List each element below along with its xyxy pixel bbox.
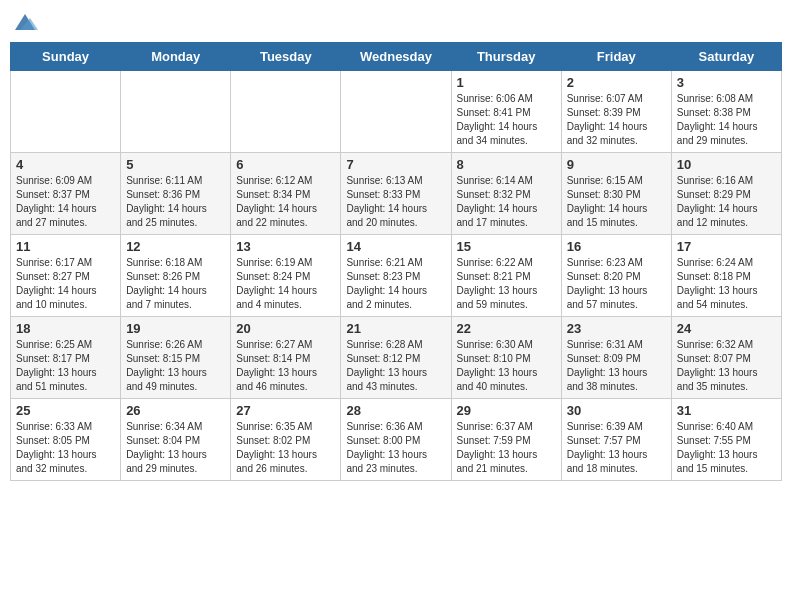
day-info: Sunrise: 6:15 AM Sunset: 8:30 PM Dayligh… — [567, 174, 666, 230]
day-number: 29 — [457, 403, 556, 418]
calendar-cell — [341, 71, 451, 153]
day-number: 20 — [236, 321, 335, 336]
calendar-cell: 28Sunrise: 6:36 AM Sunset: 8:00 PM Dayli… — [341, 399, 451, 481]
day-info: Sunrise: 6:13 AM Sunset: 8:33 PM Dayligh… — [346, 174, 445, 230]
day-info: Sunrise: 6:22 AM Sunset: 8:21 PM Dayligh… — [457, 256, 556, 312]
week-row-3: 11Sunrise: 6:17 AM Sunset: 8:27 PM Dayli… — [11, 235, 782, 317]
day-number: 4 — [16, 157, 115, 172]
day-number: 27 — [236, 403, 335, 418]
calendar-cell: 20Sunrise: 6:27 AM Sunset: 8:14 PM Dayli… — [231, 317, 341, 399]
day-number: 3 — [677, 75, 776, 90]
day-info: Sunrise: 6:14 AM Sunset: 8:32 PM Dayligh… — [457, 174, 556, 230]
day-number: 5 — [126, 157, 225, 172]
logo — [10, 10, 44, 34]
day-info: Sunrise: 6:06 AM Sunset: 8:41 PM Dayligh… — [457, 92, 556, 148]
day-info: Sunrise: 6:30 AM Sunset: 8:10 PM Dayligh… — [457, 338, 556, 394]
day-info: Sunrise: 6:27 AM Sunset: 8:14 PM Dayligh… — [236, 338, 335, 394]
day-info: Sunrise: 6:12 AM Sunset: 8:34 PM Dayligh… — [236, 174, 335, 230]
calendar-cell: 24Sunrise: 6:32 AM Sunset: 8:07 PM Dayli… — [671, 317, 781, 399]
calendar-cell: 30Sunrise: 6:39 AM Sunset: 7:57 PM Dayli… — [561, 399, 671, 481]
day-info: Sunrise: 6:24 AM Sunset: 8:18 PM Dayligh… — [677, 256, 776, 312]
day-number: 13 — [236, 239, 335, 254]
day-number: 8 — [457, 157, 556, 172]
week-row-1: 1Sunrise: 6:06 AM Sunset: 8:41 PM Daylig… — [11, 71, 782, 153]
day-info: Sunrise: 6:25 AM Sunset: 8:17 PM Dayligh… — [16, 338, 115, 394]
day-info: Sunrise: 6:35 AM Sunset: 8:02 PM Dayligh… — [236, 420, 335, 476]
day-number: 16 — [567, 239, 666, 254]
calendar-cell: 10Sunrise: 6:16 AM Sunset: 8:29 PM Dayli… — [671, 153, 781, 235]
day-number: 31 — [677, 403, 776, 418]
calendar-cell: 4Sunrise: 6:09 AM Sunset: 8:37 PM Daylig… — [11, 153, 121, 235]
day-number: 7 — [346, 157, 445, 172]
day-info: Sunrise: 6:23 AM Sunset: 8:20 PM Dayligh… — [567, 256, 666, 312]
calendar-cell: 18Sunrise: 6:25 AM Sunset: 8:17 PM Dayli… — [11, 317, 121, 399]
day-info: Sunrise: 6:31 AM Sunset: 8:09 PM Dayligh… — [567, 338, 666, 394]
day-info: Sunrise: 6:18 AM Sunset: 8:26 PM Dayligh… — [126, 256, 225, 312]
day-info: Sunrise: 6:09 AM Sunset: 8:37 PM Dayligh… — [16, 174, 115, 230]
day-info: Sunrise: 6:21 AM Sunset: 8:23 PM Dayligh… — [346, 256, 445, 312]
day-header-wednesday: Wednesday — [341, 43, 451, 71]
calendar-cell: 19Sunrise: 6:26 AM Sunset: 8:15 PM Dayli… — [121, 317, 231, 399]
day-number: 10 — [677, 157, 776, 172]
day-number: 30 — [567, 403, 666, 418]
calendar-cell — [121, 71, 231, 153]
day-number: 2 — [567, 75, 666, 90]
day-header-sunday: Sunday — [11, 43, 121, 71]
calendar-cell: 29Sunrise: 6:37 AM Sunset: 7:59 PM Dayli… — [451, 399, 561, 481]
day-info: Sunrise: 6:28 AM Sunset: 8:12 PM Dayligh… — [346, 338, 445, 394]
day-info: Sunrise: 6:16 AM Sunset: 8:29 PM Dayligh… — [677, 174, 776, 230]
day-number: 22 — [457, 321, 556, 336]
calendar-cell: 1Sunrise: 6:06 AM Sunset: 8:41 PM Daylig… — [451, 71, 561, 153]
calendar-cell: 31Sunrise: 6:40 AM Sunset: 7:55 PM Dayli… — [671, 399, 781, 481]
day-info: Sunrise: 6:11 AM Sunset: 8:36 PM Dayligh… — [126, 174, 225, 230]
calendar-cell: 21Sunrise: 6:28 AM Sunset: 8:12 PM Dayli… — [341, 317, 451, 399]
calendar-cell — [11, 71, 121, 153]
day-number: 25 — [16, 403, 115, 418]
calendar-cell: 17Sunrise: 6:24 AM Sunset: 8:18 PM Dayli… — [671, 235, 781, 317]
calendar-cell — [231, 71, 341, 153]
calendar-cell: 13Sunrise: 6:19 AM Sunset: 8:24 PM Dayli… — [231, 235, 341, 317]
day-header-tuesday: Tuesday — [231, 43, 341, 71]
calendar-table: SundayMondayTuesdayWednesdayThursdayFrid… — [10, 42, 782, 481]
day-header-monday: Monday — [121, 43, 231, 71]
calendar-cell: 26Sunrise: 6:34 AM Sunset: 8:04 PM Dayli… — [121, 399, 231, 481]
day-number: 24 — [677, 321, 776, 336]
day-info: Sunrise: 6:17 AM Sunset: 8:27 PM Dayligh… — [16, 256, 115, 312]
day-info: Sunrise: 6:33 AM Sunset: 8:05 PM Dayligh… — [16, 420, 115, 476]
day-info: Sunrise: 6:39 AM Sunset: 7:57 PM Dayligh… — [567, 420, 666, 476]
day-number: 9 — [567, 157, 666, 172]
calendar-cell: 6Sunrise: 6:12 AM Sunset: 8:34 PM Daylig… — [231, 153, 341, 235]
logo-icon — [10, 10, 40, 34]
day-number: 18 — [16, 321, 115, 336]
calendar-cell: 22Sunrise: 6:30 AM Sunset: 8:10 PM Dayli… — [451, 317, 561, 399]
day-number: 19 — [126, 321, 225, 336]
calendar-cell: 5Sunrise: 6:11 AM Sunset: 8:36 PM Daylig… — [121, 153, 231, 235]
day-info: Sunrise: 6:07 AM Sunset: 8:39 PM Dayligh… — [567, 92, 666, 148]
day-number: 14 — [346, 239, 445, 254]
calendar-cell: 14Sunrise: 6:21 AM Sunset: 8:23 PM Dayli… — [341, 235, 451, 317]
day-number: 15 — [457, 239, 556, 254]
calendar-cell: 11Sunrise: 6:17 AM Sunset: 8:27 PM Dayli… — [11, 235, 121, 317]
day-info: Sunrise: 6:19 AM Sunset: 8:24 PM Dayligh… — [236, 256, 335, 312]
page-header — [10, 10, 782, 34]
day-number: 23 — [567, 321, 666, 336]
day-info: Sunrise: 6:08 AM Sunset: 8:38 PM Dayligh… — [677, 92, 776, 148]
calendar-cell: 12Sunrise: 6:18 AM Sunset: 8:26 PM Dayli… — [121, 235, 231, 317]
calendar-cell: 16Sunrise: 6:23 AM Sunset: 8:20 PM Dayli… — [561, 235, 671, 317]
calendar-cell: 9Sunrise: 6:15 AM Sunset: 8:30 PM Daylig… — [561, 153, 671, 235]
day-info: Sunrise: 6:40 AM Sunset: 7:55 PM Dayligh… — [677, 420, 776, 476]
calendar-cell: 8Sunrise: 6:14 AM Sunset: 8:32 PM Daylig… — [451, 153, 561, 235]
day-number: 11 — [16, 239, 115, 254]
day-info: Sunrise: 6:34 AM Sunset: 8:04 PM Dayligh… — [126, 420, 225, 476]
day-number: 6 — [236, 157, 335, 172]
day-info: Sunrise: 6:26 AM Sunset: 8:15 PM Dayligh… — [126, 338, 225, 394]
day-header-friday: Friday — [561, 43, 671, 71]
calendar-cell: 25Sunrise: 6:33 AM Sunset: 8:05 PM Dayli… — [11, 399, 121, 481]
days-header-row: SundayMondayTuesdayWednesdayThursdayFrid… — [11, 43, 782, 71]
day-info: Sunrise: 6:32 AM Sunset: 8:07 PM Dayligh… — [677, 338, 776, 394]
day-header-saturday: Saturday — [671, 43, 781, 71]
day-header-thursday: Thursday — [451, 43, 561, 71]
day-number: 1 — [457, 75, 556, 90]
calendar-cell: 15Sunrise: 6:22 AM Sunset: 8:21 PM Dayli… — [451, 235, 561, 317]
calendar-cell: 27Sunrise: 6:35 AM Sunset: 8:02 PM Dayli… — [231, 399, 341, 481]
